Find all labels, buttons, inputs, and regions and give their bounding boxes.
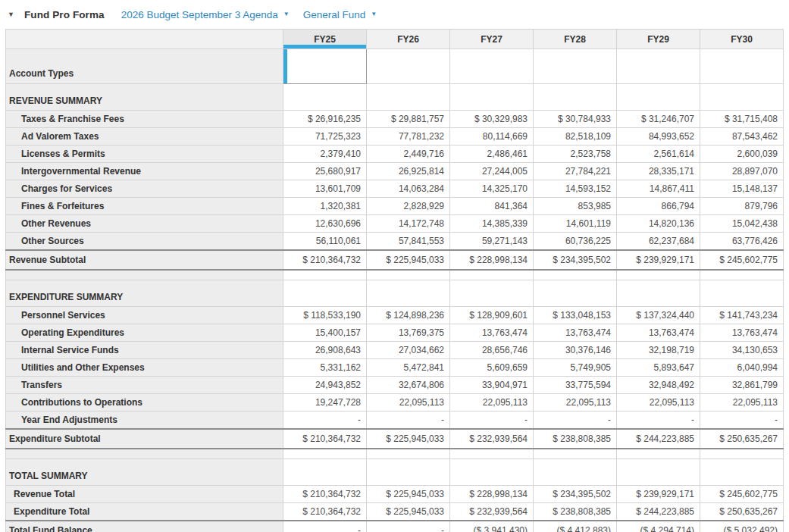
cell-fy25-licenses-permits[interactable]: 2,379,410 (283, 146, 367, 163)
row-label-revenue-total[interactable]: Revenue Total (6, 486, 283, 503)
collapse-triangle-icon[interactable]: ▼ (8, 11, 18, 18)
row-label-operating-expenditures[interactable]: Operating Expenditures (6, 324, 283, 342)
cell-fy30-utilities-and-other-expenses[interactable]: 6,040,994 (700, 359, 784, 377)
cell-fy29-utilities-and-other-expenses[interactable]: 5,893,647 (617, 359, 700, 377)
cell-fy28-ad-valorem-taxes[interactable]: 82,518,109 (534, 128, 617, 146)
cell-fy25-operating-expenditures[interactable]: 15,400,157 (283, 324, 367, 342)
cell-fy27-contributions-to-operations[interactable]: 22,095,113 (450, 394, 534, 412)
row-label-expenditure-summary[interactable]: EXPENDITURE SUMMARY (6, 280, 283, 307)
cell-fy26-revenue-summary[interactable] (367, 84, 450, 111)
cell-fy25-total-summary[interactable] (283, 459, 367, 486)
cell-fy26-account-types[interactable] (367, 49, 450, 84)
cell-fy29-personnel-services[interactable]: $ 137,324,440 (617, 307, 700, 324)
cell-fy25-revenue-total[interactable]: $ 210,364,732 (283, 486, 367, 503)
cell-fy29-taxes-franchise-fees[interactable]: $ 31,246,707 (617, 111, 700, 128)
cell-fy30-expenditure-summary[interactable] (700, 280, 784, 307)
cell-fy29-internal-service-funds[interactable]: 32,198,719 (617, 342, 700, 359)
cell-fy28-total-summary[interactable] (534, 459, 617, 486)
cell-fy25-transfers[interactable]: 24,943,852 (283, 377, 367, 394)
cell-fy28-account-types[interactable] (534, 49, 617, 84)
cell-fy27-other-revenues[interactable]: 14,385,339 (450, 215, 534, 233)
cell-fy27-taxes-franchise-fees[interactable]: $ 30,329,983 (450, 111, 534, 128)
row-label-intergovernmental-revenue[interactable]: Intergovernmental Revenue (6, 163, 283, 180)
row-label-other-revenues[interactable]: Other Revenues (6, 215, 283, 233)
row-label-other-sources[interactable]: Other Sources (6, 233, 283, 251)
row-label-licenses-permits[interactable]: Licenses & Permits (6, 146, 283, 163)
cell-fy25-contributions-to-operations[interactable]: 19,247,728 (283, 394, 367, 412)
cell-fy25-revenue-summary[interactable] (283, 84, 367, 111)
cell-fy25-internal-service-funds[interactable]: 26,908,643 (283, 342, 367, 359)
cell-fy25-intergovernmental-revenue[interactable]: 25,680,917 (283, 163, 367, 180)
row-label-revenue-summary[interactable]: REVENUE SUMMARY (6, 84, 283, 111)
corner-header-cell[interactable] (6, 30, 283, 49)
cell-fy29-expenditure-subtotal[interactable]: $ 244,223,885 (617, 429, 700, 449)
row-label-utilities-and-other-expenses[interactable]: Utilities and Other Expenses (6, 359, 283, 377)
cell-fy27-year-end-adjustments[interactable]: - (450, 412, 534, 430)
cell-fy27-revenue-subtotal[interactable]: $ 228,998,134 (450, 250, 534, 270)
cell-fy29-revenue-summary[interactable] (617, 84, 700, 111)
cell-fy29-total-fund-balance[interactable]: ($ 4,294,714) (617, 521, 700, 532)
row-label-personnel-services[interactable]: Personnel Services (6, 307, 283, 324)
row-label-expenditure-subtotal[interactable]: Expenditure Subtotal (6, 429, 283, 449)
row-label-contributions-to-operations[interactable]: Contributions to Operations (6, 394, 283, 412)
cell-fy26-other-sources[interactable]: 57,841,553 (367, 233, 450, 251)
cell-fy28-year-end-adjustments[interactable]: - (534, 412, 617, 430)
cell-fy30-fines-forfeitures[interactable]: 879,796 (700, 198, 784, 215)
cell-fy27-ad-valorem-taxes[interactable]: 80,114,669 (450, 128, 534, 146)
cell-fy26-year-end-adjustments[interactable]: - (367, 412, 450, 430)
cell-fy30-year-end-adjustments[interactable]: - (700, 412, 784, 430)
row-label-expenditure-total[interactable]: Expenditure Total (6, 503, 283, 521)
cell-fy30-revenue-summary[interactable] (700, 84, 784, 111)
cell-fy27-fines-forfeitures[interactable]: 841,364 (450, 198, 534, 215)
cell-fy30-account-types[interactable] (700, 49, 784, 84)
cell-fy29-contributions-to-operations[interactable]: 22,095,113 (617, 394, 700, 412)
cell-fy26-expenditure-subtotal[interactable]: $ 225,945,033 (367, 429, 450, 449)
cell-fy26-internal-service-funds[interactable]: 27,034,662 (367, 342, 450, 359)
column-header-fy25[interactable]: FY25 (283, 30, 367, 49)
cell-fy25-utilities-and-other-expenses[interactable]: 5,331,162 (283, 359, 367, 377)
cell-fy29-expenditure-summary[interactable] (617, 280, 700, 307)
cell-fy30-internal-service-funds[interactable]: 34,130,653 (700, 342, 784, 359)
cell-fy26-ad-valorem-taxes[interactable]: 77,781,232 (367, 128, 450, 146)
cell-fy27-personnel-services[interactable]: $ 128,909,601 (450, 307, 534, 324)
column-header-fy28[interactable]: FY28 (534, 30, 617, 49)
cell-fy26-charges-for-services[interactable]: 14,063,284 (367, 180, 450, 198)
cell-fy30-total-fund-balance[interactable]: ($ 5,032,492) (700, 521, 784, 532)
cell-fy27-expenditure-subtotal[interactable]: $ 232,939,564 (450, 429, 534, 449)
cell-fy28-fines-forfeitures[interactable]: 853,985 (534, 198, 617, 215)
cell-fy26-expenditure-total[interactable]: $ 225,945,033 (367, 503, 450, 521)
row-label-charges-for-services[interactable]: Charges for Services (6, 180, 283, 198)
row-label-fines-forfeitures[interactable]: Fines & Forfeitures (6, 198, 283, 215)
cell-fy25-year-end-adjustments[interactable]: - (283, 412, 367, 430)
cell-fy26-revenue-subtotal[interactable]: $ 225,945,033 (367, 250, 450, 270)
cell-fy28-personnel-services[interactable]: $ 133,048,153 (534, 307, 617, 324)
cell-fy27-internal-service-funds[interactable]: 28,656,746 (450, 342, 534, 359)
cell-fy28-revenue-total[interactable]: $ 234,395,502 (534, 486, 617, 503)
cell-fy25-other-revenues[interactable]: 12,630,696 (283, 215, 367, 233)
column-header-fy30[interactable]: FY30 (700, 30, 784, 49)
cell-fy26-expenditure-summary[interactable] (367, 280, 450, 307)
cell-fy28-taxes-franchise-fees[interactable]: $ 30,784,933 (534, 111, 617, 128)
row-label-year-end-adjustments[interactable]: Year End Adjustments (6, 412, 283, 430)
cell-fy28-transfers[interactable]: 33,775,594 (534, 377, 617, 394)
cell-fy25-expenditure-summary[interactable] (283, 280, 367, 307)
cell-fy29-year-end-adjustments[interactable]: - (617, 412, 700, 430)
cell-fy25-revenue-subtotal[interactable]: $ 210,364,732 (283, 250, 367, 270)
cell-fy29-licenses-permits[interactable]: 2,561,614 (617, 146, 700, 163)
cell-fy26-operating-expenditures[interactable]: 13,769,375 (367, 324, 450, 342)
cell-fy28-total-fund-balance[interactable]: ($ 4,412,883) (534, 521, 617, 532)
cell-fy28-licenses-permits[interactable]: 2,523,758 (534, 146, 617, 163)
cell-fy27-transfers[interactable]: 33,904,971 (450, 377, 534, 394)
cell-fy28-internal-service-funds[interactable]: 30,376,146 (534, 342, 617, 359)
cell-fy30-operating-expenditures[interactable]: 13,763,474 (700, 324, 784, 342)
cell-fy25-expenditure-subtotal[interactable]: $ 210,364,732 (283, 429, 367, 449)
cell-fy29-revenue-subtotal[interactable]: $ 239,929,171 (617, 250, 700, 270)
cell-fy25-other-sources[interactable]: 56,110,061 (283, 233, 367, 251)
cell-fy30-revenue-subtotal[interactable]: $ 245,602,775 (700, 250, 784, 270)
cell-fy30-personnel-services[interactable]: $ 141,743,234 (700, 307, 784, 324)
cell-fy30-intergovernmental-revenue[interactable]: 28,897,070 (700, 163, 784, 180)
row-label-transfers[interactable]: Transfers (6, 377, 283, 394)
cell-fy25-charges-for-services[interactable]: 13,601,709 (283, 180, 367, 198)
cell-fy28-expenditure-total[interactable]: $ 238,808,385 (534, 503, 617, 521)
cell-fy27-intergovernmental-revenue[interactable]: 27,244,005 (450, 163, 534, 180)
